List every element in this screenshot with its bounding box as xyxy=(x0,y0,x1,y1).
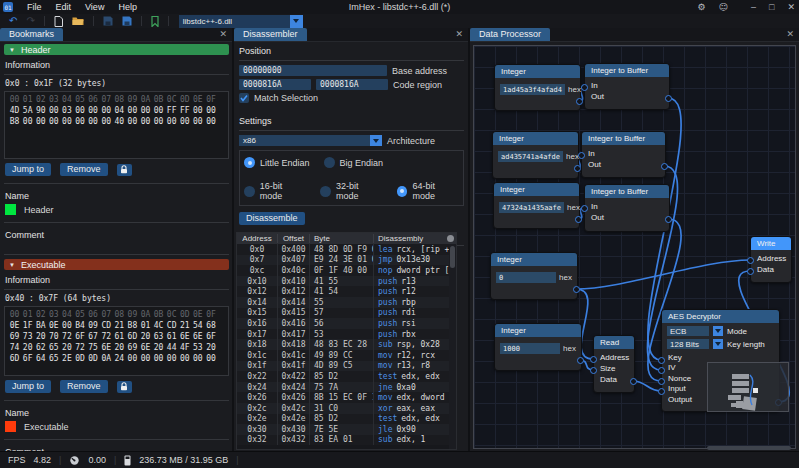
open-folder-icon[interactable] xyxy=(72,16,84,26)
new-file-icon[interactable] xyxy=(54,16,63,27)
disassembly-row[interactable]: 0x140x41455pushrbp xyxy=(237,297,456,308)
tab-bookmarks[interactable]: Bookmarks xyxy=(0,28,63,41)
radio-button[interactable] xyxy=(397,186,408,197)
node-pin[interactable] xyxy=(747,268,754,275)
bookmark-header-header[interactable]: ▼Header xyxy=(4,44,229,55)
disassembly-row[interactable]: 0x150x41557pushrdi xyxy=(237,308,456,319)
vertical-scrollbar[interactable] xyxy=(449,244,456,449)
data-processor-close-icon[interactable]: ✕ xyxy=(786,29,794,39)
disassembly-row[interactable]: 0x240x42475 7Ajne0xa0 xyxy=(237,382,456,393)
jump-to-button[interactable]: Jump to xyxy=(5,380,51,393)
code-region-start-input[interactable]: 0000816A xyxy=(239,79,311,90)
node-pin[interactable] xyxy=(581,205,588,212)
integer-value-input[interactable]: 47324a1435aafe xyxy=(499,202,564,213)
radio-big-endian[interactable]: Big Endian xyxy=(324,157,384,168)
node-title[interactable]: Write xyxy=(751,237,791,250)
aes-mode-dropdown[interactable]: ECBMode xyxy=(667,326,774,336)
dropdown-arrow-icon[interactable] xyxy=(713,339,723,349)
node-title[interactable]: Integer xyxy=(491,253,577,266)
node-pin[interactable] xyxy=(577,357,584,364)
node-int2[interactable]: Integerad435741a4afdehex xyxy=(492,131,579,179)
node-int1[interactable]: Integer1ad45a3f4afad4hex xyxy=(494,64,581,111)
menu-help[interactable]: Help xyxy=(118,2,137,12)
menu-file[interactable]: File xyxy=(27,2,42,12)
disassembly-row[interactable]: 0x180x41848 83 EC 28subrsp, 0x28 xyxy=(237,339,456,350)
integer-value-input[interactable]: 1ad45a3f4afad4 xyxy=(500,84,565,95)
disassembler-close-icon[interactable]: ✕ xyxy=(455,29,463,39)
jump-to-button[interactable]: Jump to xyxy=(5,163,51,176)
node-pin[interactable] xyxy=(658,378,665,385)
node-pin[interactable] xyxy=(581,84,588,91)
disassembly-row[interactable]: 0x160x41656pushrsi xyxy=(237,318,456,329)
radio-64-bit-mode[interactable]: 64-bit mode xyxy=(397,181,459,201)
architecture-dropdown[interactable]: x86 xyxy=(239,135,382,146)
node-pin[interactable] xyxy=(658,388,665,395)
disassembly-row[interactable]: 0xc0x40c0F 1F 40 00nopdword ptr [rax] xyxy=(237,265,456,276)
radio-32-bit-mode[interactable]: 32-bit mode xyxy=(320,181,382,201)
bookmarks-close-icon[interactable]: ✕ xyxy=(219,29,227,39)
disassembly-row[interactable]: 0x70x407E9 24 3E 01 0jmp0x13e30 xyxy=(237,255,456,266)
integer-value-input[interactable]: ad435741a4afde xyxy=(498,151,563,162)
disassembly-row[interactable]: 0x260x4268B 15 EC 0F 1movedx, dword ptr … xyxy=(237,392,456,403)
radio-button[interactable] xyxy=(324,157,335,168)
collapse-caret-icon[interactable]: ▼ xyxy=(9,47,15,53)
disassembly-table[interactable]: Address Offset Byte Disassembly 0x00x400… xyxy=(236,232,457,450)
node-editor-canvas[interactable]: Integer1ad45a3f4afad4hexInteger to Buffe… xyxy=(473,45,796,449)
disassemble-button[interactable]: Disassemble xyxy=(239,212,305,225)
node-write[interactable]: WriteAddressData xyxy=(750,236,792,283)
lock-button[interactable] xyxy=(117,164,132,176)
node-int3[interactable]: Integer47324a1435aafehex xyxy=(493,182,580,229)
tab-data-processor[interactable]: Data Processor xyxy=(470,28,550,41)
node-title[interactable]: Read xyxy=(594,336,634,349)
node-itb3[interactable]: Integer to BufferInOut xyxy=(584,184,670,232)
dropdown-arrow-icon[interactable] xyxy=(370,135,382,146)
radio-button[interactable] xyxy=(244,186,255,197)
node-wire[interactable] xyxy=(576,260,750,289)
remove-button[interactable]: Remove xyxy=(60,380,108,393)
node-pin[interactable] xyxy=(590,367,597,374)
save-icon[interactable] xyxy=(103,16,113,26)
node-pin[interactable] xyxy=(658,367,665,374)
node-editor-minimap[interactable] xyxy=(707,362,789,412)
disassembly-row[interactable]: 0x1f0x41f4D 89 C5movr13, r8 xyxy=(237,361,456,372)
collapse-caret-icon[interactable]: ▼ xyxy=(9,262,15,268)
radio-16-bit-mode[interactable]: 16-bit mode xyxy=(244,181,306,201)
disassembly-row[interactable]: 0x120x41241 54pushr12 xyxy=(237,286,456,297)
integer-value-input[interactable]: 0 xyxy=(496,272,556,283)
base-address-input[interactable]: 00000000 xyxy=(239,65,387,76)
node-itb2[interactable]: Integer to BufferInOut xyxy=(581,131,666,178)
scrollbar-thumb[interactable] xyxy=(450,246,455,268)
settings-gear-icon[interactable]: ⚙ xyxy=(698,2,706,12)
node-pin[interactable] xyxy=(630,378,637,385)
about-smiley-icon[interactable]: ☺ xyxy=(719,2,728,12)
bookmark-icon[interactable] xyxy=(151,16,159,27)
node-title[interactable]: Integer to Buffer xyxy=(585,64,669,77)
node-wire[interactable] xyxy=(633,381,661,391)
radio-button[interactable] xyxy=(244,157,255,168)
table-options-icon[interactable] xyxy=(447,235,454,242)
node-pin[interactable] xyxy=(590,356,597,363)
node-title[interactable]: Integer xyxy=(493,132,578,145)
dropdown-arrow-icon[interactable] xyxy=(290,15,303,28)
disassembly-row[interactable]: 0x300x4307E 5Ejle0x90 xyxy=(237,424,456,435)
menu-edit[interactable]: Edit xyxy=(56,2,72,12)
node-title[interactable]: Integer xyxy=(494,183,579,196)
dropdown-arrow-icon[interactable] xyxy=(713,326,723,336)
code-region-end-input[interactable]: 0000816A xyxy=(316,79,388,90)
disassembly-row[interactable]: 0x1c0x41c49 89 CCmovr12, rcx xyxy=(237,350,456,361)
file-selector-dropdown[interactable]: libstdc++-6.dll xyxy=(179,15,303,28)
disassembly-row[interactable]: 0x220x42285 D2testedx, edx xyxy=(237,371,456,382)
node-pin[interactable] xyxy=(747,257,754,264)
node-pin[interactable] xyxy=(665,95,672,102)
integer-value-input[interactable]: 1000 xyxy=(500,343,560,354)
disassembly-row[interactable]: 0x100x41041 55pushr13 xyxy=(237,276,456,287)
node-title[interactable]: Integer xyxy=(495,324,581,337)
node-pin[interactable] xyxy=(576,98,583,105)
maximize-button[interactable]: □ xyxy=(769,2,774,12)
disassembly-table-header[interactable]: Address Offset Byte Disassembly xyxy=(237,233,456,244)
node-read[interactable]: ReadAddressSizeData xyxy=(593,335,635,393)
node-int4[interactable]: Integer0hex xyxy=(490,252,578,300)
node-pin[interactable] xyxy=(573,286,580,293)
redo-icon[interactable]: ↷ xyxy=(26,16,34,26)
disassembly-row[interactable]: 0x320x43283 EA 01subedx, 1 xyxy=(237,435,456,446)
